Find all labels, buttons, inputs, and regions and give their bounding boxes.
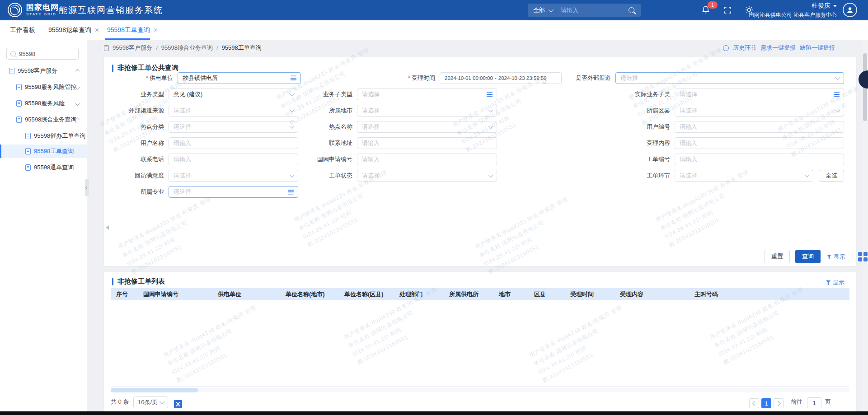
total-count: 共 0 条	[111, 396, 129, 408]
list-picker-icon[interactable]	[288, 190, 294, 195]
document-icon	[16, 117, 22, 123]
contact-phone-input[interactable]: 请输入	[169, 154, 298, 165]
defect-report-link[interactable]: 缺陷一键提报	[800, 44, 835, 52]
prev-page-button[interactable]	[749, 398, 759, 408]
collapse-panel-arrow[interactable]	[106, 225, 109, 230]
breadcrumb-item[interactable]: 95598综合业务查询	[161, 44, 213, 52]
pagination-bar: 共 0 条 10条/页 1 前往 1 页	[104, 396, 856, 408]
breadcrumb: 95598客户服务 / 95598综合业务查询 / 95598工单查询	[104, 44, 262, 52]
breadcrumb-separator: /	[156, 45, 158, 51]
actual-biz-subtype-label: 实际业务子类	[610, 89, 670, 100]
tab-dashboard[interactable]: 工作看板	[10, 20, 35, 40]
section-title-text: 非抢修工单公共查询	[117, 64, 178, 72]
biz-type-select[interactable]: 意见 (建议)	[169, 89, 298, 100]
select-all-button[interactable]: 全选	[819, 170, 844, 182]
state-grid-logo: 国家电网 STATE GRID	[7, 2, 59, 18]
customer-no-input[interactable]: 请输入	[675, 121, 844, 133]
reset-button[interactable]: 重置	[765, 250, 790, 263]
fullscreen-icon[interactable]	[724, 6, 732, 16]
table-body-empty	[111, 300, 849, 387]
goto-page-input[interactable]: 1	[807, 397, 821, 408]
sidebar-item-comprehensive-query[interactable]: 95598综合业务查询	[0, 113, 87, 126]
column-header-seq: 序号	[111, 290, 138, 298]
hotspot-category-select[interactable]: 请选择	[169, 121, 298, 133]
export-excel-icon[interactable]	[174, 400, 182, 408]
actual-biz-subtype-select[interactable]: 请选择	[675, 89, 844, 100]
supply-unit-field[interactable]: 故县镇供电所	[178, 72, 301, 84]
tab-95598-order-query[interactable]: 95598工单查询	[107, 20, 158, 40]
global-search-input[interactable]: 请输入	[556, 6, 629, 14]
close-icon[interactable]	[154, 28, 158, 32]
list-picker-icon[interactable]	[487, 92, 493, 97]
user-menu[interactable]: 杜俊庆 国网沁县供电公司 沁县客户服务中心	[749, 2, 837, 19]
sidebar-collapse-handle[interactable]	[85, 179, 89, 196]
breadcrumb-item[interactable]: 95598客户服务	[113, 44, 152, 52]
clock-icon	[543, 78, 546, 84]
hotspot-category-label: 热点分类	[104, 121, 164, 133]
document-icon	[9, 68, 14, 74]
placeholder: 请选择	[174, 188, 191, 196]
filter-funnel-icon	[827, 255, 831, 259]
external-source-label: 外部渠道来源	[104, 105, 164, 117]
hotspot-name-select[interactable]: 请选择	[357, 121, 497, 133]
current-page-button[interactable]: 1	[761, 398, 771, 408]
query-button[interactable]: 查询	[795, 250, 821, 263]
form-row: *供电单位 故县镇供电所 *受理时间 2024-10-01 00:00:00 -…	[104, 72, 856, 84]
external-channel-select[interactable]: 请选择	[615, 72, 844, 84]
contact-address-input[interactable]: 请输入	[357, 137, 497, 149]
sidebar-item-service-risk[interactable]: 95598服务风险	[0, 97, 87, 110]
list-picker-icon[interactable]	[834, 92, 840, 97]
search-scope-select[interactable]: 全部	[528, 6, 556, 14]
placeholder: 请输入	[680, 155, 697, 163]
order-step-select[interactable]: 请选择	[675, 170, 813, 182]
placeholder: 请输入	[174, 139, 191, 147]
history-step-link[interactable]: 历史环节	[733, 44, 756, 52]
external-source-select[interactable]: 请选择	[169, 105, 298, 117]
sgcc-apply-no-input[interactable]: 请输入	[357, 154, 497, 165]
accept-time-range-field[interactable]: 2024-10-01 00:00:00 - 2024-10-23 23:59:5…	[440, 72, 562, 84]
profession-select[interactable]: 请选择	[169, 186, 298, 198]
accept-time-label: *受理时间	[373, 72, 435, 84]
horizontal-scrollbar-thumb[interactable]	[111, 388, 198, 392]
search-icon[interactable]	[629, 7, 634, 13]
city-select[interactable]: 请选择	[357, 105, 497, 117]
callback-satisfaction-select[interactable]: 请选择	[169, 170, 298, 182]
display-columns-link[interactable]: 显示	[827, 253, 845, 261]
customer-name-input[interactable]: 请输入	[169, 137, 298, 149]
tab-divider	[39, 26, 39, 34]
widget-grid-icon[interactable]	[858, 252, 868, 261]
column-header-dept: 处理部门	[394, 290, 444, 298]
chevron-down-icon	[835, 75, 840, 80]
query-section-title: 非抢修工单公共查询	[112, 64, 178, 72]
horizontal-scrollbar	[111, 388, 849, 392]
global-search: 全部 请输入	[528, 4, 641, 17]
sidebar-item-order-query[interactable]: 95598工单查询	[0, 145, 87, 158]
list-display-columns-link[interactable]: 显示	[826, 279, 845, 287]
list-picker-icon[interactable]	[291, 76, 296, 81]
accept-content-input[interactable]: 请输入	[675, 137, 844, 149]
chevron-down-icon	[75, 101, 80, 106]
avatar[interactable]	[843, 3, 857, 17]
tab-95598-refund-query[interactable]: 95598退单查询	[48, 20, 99, 40]
sidebar-item-refund-query[interactable]: 95598退单查询	[0, 161, 87, 174]
page-size-select[interactable]: 10条/页	[133, 396, 168, 408]
search-icon	[10, 51, 16, 56]
close-icon[interactable]	[95, 28, 99, 32]
biz-subtype-select[interactable]: 请选择	[357, 89, 497, 100]
placeholder: 请选择	[362, 123, 380, 131]
order-status-select[interactable]: 请选择	[357, 170, 497, 182]
sidebar-item-urge-order-query[interactable]: 95598催办工单查询	[0, 129, 87, 143]
order-no-input[interactable]: 请输入	[675, 154, 844, 165]
filter-funnel-icon	[826, 280, 830, 285]
next-page-button[interactable]	[774, 398, 784, 408]
sidebar-item-service-risk-control[interactable]: 95598服务风险管控	[0, 80, 87, 94]
demand-report-link[interactable]: 需求一键提报	[760, 44, 796, 52]
biz-type-value: 意见 (建议)	[174, 90, 202, 98]
placeholder: 请选择	[362, 90, 380, 98]
chevron-up-icon	[75, 69, 80, 73]
county-select[interactable]: 请选择	[675, 105, 844, 117]
external-channel-label: 是否外部渠道	[551, 72, 611, 84]
chevron-down-icon	[549, 7, 554, 12]
sidebar-search-input[interactable]: 95598	[6, 48, 79, 60]
sidebar-item-customer-service[interactable]: 95598客户服务	[0, 64, 87, 78]
